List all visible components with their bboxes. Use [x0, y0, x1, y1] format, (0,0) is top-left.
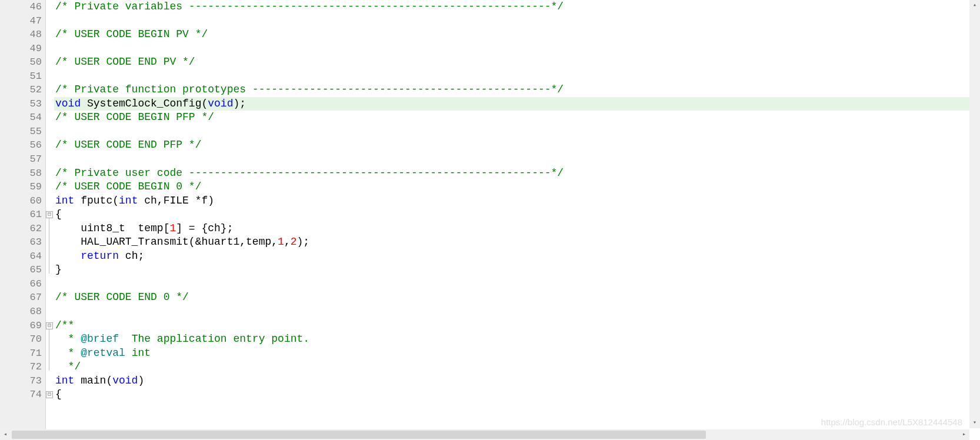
code-token: , — [284, 236, 291, 248]
fold-guide — [49, 329, 49, 371]
code-token: void — [55, 98, 81, 109]
code-line[interactable]: * @brief The application entry point. — [54, 332, 980, 346]
code-line[interactable] — [54, 42, 980, 56]
code-token: /* USER CODE END 0 */ — [55, 291, 189, 303]
line-number: 66 — [0, 277, 42, 291]
code-token: void — [112, 375, 138, 386]
line-number: 48 — [0, 28, 42, 42]
code-line[interactable]: /* USER CODE BEGIN PFP */ — [54, 111, 980, 125]
scroll-thumb[interactable] — [12, 431, 706, 439]
code-line[interactable]: /* Private user code -------------------… — [54, 166, 980, 181]
code-token: { — [55, 388, 62, 400]
code-token: int — [55, 195, 74, 206]
code-token: @brief — [81, 333, 119, 345]
code-line[interactable] — [54, 152, 980, 166]
code-token: ] = {ch}; — [176, 222, 233, 234]
code-token: ); — [233, 98, 246, 109]
line-number: 59 — [0, 180, 42, 194]
code-line[interactable] — [54, 277, 980, 291]
scroll-down-icon[interactable]: ▾ — [969, 418, 980, 428]
code-line[interactable] — [54, 305, 980, 319]
code-line[interactable] — [54, 125, 980, 139]
line-number: 60 — [0, 194, 42, 208]
line-number: 49 — [0, 42, 42, 56]
code-token: /* USER CODE BEGIN PV */ — [55, 28, 208, 40]
line-number: 53 — [0, 97, 42, 111]
line-number: 68 — [0, 305, 42, 319]
line-number: 63 — [0, 235, 42, 249]
code-token: void — [208, 98, 233, 109]
code-token: The application entry point. — [119, 333, 309, 345]
code-line[interactable]: */ — [54, 360, 980, 374]
code-line[interactable]: } — [54, 263, 980, 277]
code-token: ch; — [119, 250, 144, 262]
code-line[interactable]: int main(void) — [54, 374, 980, 388]
fold-toggle-icon[interactable]: ⊟ — [46, 391, 53, 398]
line-number: 58 — [0, 166, 42, 181]
scroll-right-icon[interactable]: ▸ — [959, 429, 969, 440]
code-token: @retval — [81, 347, 125, 359]
horizontal-scrollbar[interactable]: ◂ ▸ — [0, 429, 969, 440]
code-line[interactable]: /** — [54, 319, 980, 333]
code-token: ) — [138, 375, 144, 386]
line-number: 73 — [0, 374, 42, 388]
code-token: /* USER CODE BEGIN 0 */ — [55, 181, 201, 192]
code-area[interactable]: /* Private variables -------------------… — [54, 0, 980, 440]
code-token: * — [55, 333, 81, 345]
fold-toggle-icon[interactable]: ⊟ — [46, 211, 53, 218]
code-token: * — [55, 347, 81, 359]
code-token: int — [119, 195, 138, 206]
code-line[interactable]: /* Private function prototypes ---------… — [54, 83, 980, 97]
code-line[interactable]: /* USER CODE END PV */ — [54, 55, 980, 69]
code-line[interactable]: /* USER CODE BEGIN 0 */ — [54, 180, 980, 194]
code-token: /* USER CODE END PV */ — [55, 56, 195, 68]
code-token: */ — [55, 361, 81, 372]
code-line[interactable]: uint8_t temp[1] = {ch}; — [54, 222, 980, 236]
code-line[interactable] — [54, 69, 980, 84]
line-number: 52 — [0, 83, 42, 97]
code-editor[interactable]: 4647484950515253545556575859606162636465… — [0, 0, 980, 440]
line-number: 71 — [0, 346, 42, 361]
code-token: 1 — [278, 236, 284, 248]
code-line[interactable]: return ch; — [54, 249, 980, 264]
code-token: /* Private user code -------------------… — [55, 167, 564, 179]
line-number: 72 — [0, 360, 42, 374]
code-token: return — [81, 250, 119, 262]
fold-toggle-icon[interactable]: ⊟ — [46, 322, 53, 329]
line-number: 56 — [0, 138, 42, 152]
code-token: /** — [55, 319, 74, 331]
code-line[interactable]: /* USER CODE END 0 */ — [54, 291, 980, 305]
vertical-scrollbar[interactable]: ▴ ▾ — [969, 0, 980, 428]
code-line[interactable]: void SystemClock_Config(void); — [54, 97, 980, 111]
line-number: 50 — [0, 55, 42, 69]
line-number: 57 — [0, 152, 42, 166]
line-number: 47 — [0, 14, 42, 28]
code-token: /* USER CODE BEGIN PFP */ — [55, 111, 214, 123]
code-token: main( — [74, 375, 112, 386]
line-number: 54 — [0, 111, 42, 125]
code-line[interactable] — [54, 14, 980, 28]
code-token: ch,FILE *f) — [138, 195, 214, 206]
line-number: 67 — [0, 291, 42, 305]
scroll-left-icon[interactable]: ◂ — [0, 429, 11, 440]
code-token: int — [125, 347, 151, 359]
code-line[interactable]: { — [54, 388, 980, 402]
code-line[interactable]: { — [54, 208, 980, 222]
fold-column[interactable]: ⊟⊟⊟ — [46, 0, 54, 440]
code-line[interactable]: /* USER CODE END PFP */ — [54, 138, 980, 152]
line-number: 51 — [0, 69, 42, 84]
code-token: HAL_UART_Transmit(&huart1,temp, — [55, 236, 278, 248]
code-token: /* USER CODE END PFP */ — [55, 139, 201, 151]
code-line[interactable]: int fputc(int ch,FILE *f) — [54, 194, 980, 208]
code-line[interactable]: /* USER CODE BEGIN PV */ — [54, 28, 980, 42]
code-token: { — [55, 208, 62, 220]
code-token: uint8_t temp[ — [55, 222, 169, 234]
code-line[interactable]: HAL_UART_Transmit(&huart1,temp,1,2); — [54, 235, 980, 249]
scroll-up-icon[interactable]: ▴ — [969, 0, 980, 11]
line-number: 65 — [0, 263, 42, 277]
code-line[interactable]: /* Private variables -------------------… — [54, 0, 980, 14]
line-number: 55 — [0, 125, 42, 139]
code-token: /* Private variables -------------------… — [55, 1, 564, 12]
line-number-gutter: 4647484950515253545556575859606162636465… — [0, 0, 46, 440]
code-line[interactable]: * @retval int — [54, 346, 980, 361]
